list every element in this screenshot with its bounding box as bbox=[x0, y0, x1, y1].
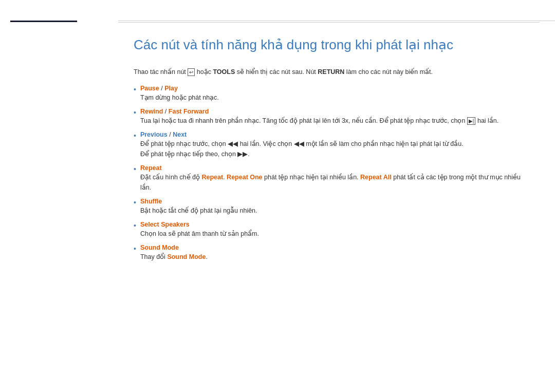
feature-desc-pause-play: Tạm dừng hoặc phát nhạc. bbox=[140, 92, 529, 103]
play-icon: ▶| bbox=[467, 117, 476, 125]
feature-desc-rewind-ff: Tua lại hoặc tua đi nhanh trên phần nhạc… bbox=[140, 116, 529, 126]
repeat-all-inline: Repeat All bbox=[360, 174, 392, 181]
feature-previous-next: Previous / Next Để phát tệp nhạc trước, … bbox=[140, 131, 529, 159]
list-item: • Sound Mode Thay đổi Sound Mode. bbox=[134, 244, 529, 262]
sound-mode-label: Sound Mode bbox=[140, 244, 179, 251]
previous-label: Previous bbox=[140, 131, 168, 138]
feature-desc-repeat: Đặt cấu hình chế độ Repeat. Repeat One p… bbox=[140, 172, 529, 193]
feature-desc-select-speakers: Chọn loa sẽ phát âm thanh từ sản phẩm. bbox=[140, 229, 529, 239]
return-icon: ↩ bbox=[188, 68, 195, 76]
feature-shuffle: Shuffle Bật hoặc tắt chế độ phát lại ngẫ… bbox=[140, 198, 529, 216]
fastforward-label: Fast Forward bbox=[169, 108, 209, 115]
bullet-icon: • bbox=[134, 245, 136, 253]
feature-title-repeat: Repeat bbox=[140, 164, 529, 172]
feature-repeat: Repeat Đặt cấu hình chế độ Repeat. Repea… bbox=[140, 164, 529, 193]
return-label: RETURN bbox=[318, 68, 344, 76]
bullet-icon: • bbox=[134, 198, 136, 207]
sidebar bbox=[0, 0, 118, 392]
page-title: Các nút và tính năng khả dụng trong khi … bbox=[134, 36, 529, 54]
repeat-inline: Repeat bbox=[201, 174, 223, 181]
feature-desc-sound-mode: Thay đổi Sound Mode. bbox=[140, 252, 529, 262]
feature-title-pause-play: Pause / Play bbox=[140, 85, 529, 92]
feature-title-select-speakers: Select Speakers bbox=[140, 221, 529, 228]
list-item: • Shuffle Bật hoặc tắt chế độ phát lại n… bbox=[134, 198, 529, 216]
list-item: • Previous / Next Để phát tệp nhạc trước… bbox=[134, 131, 529, 159]
sidebar-accent bbox=[10, 21, 77, 22]
slash: / bbox=[165, 108, 169, 115]
feature-list: • Pause / Play Tạm dừng hoặc phát nhạc. … bbox=[134, 85, 529, 262]
select-speakers-label: Select Speakers bbox=[140, 221, 190, 228]
repeat-label: Repeat bbox=[140, 164, 162, 172]
bullet-icon: • bbox=[134, 132, 136, 140]
list-item: • Pause / Play Tạm dừng hoặc phát nhạc. bbox=[134, 85, 529, 103]
list-item: • Select Speakers Chọn loa sẽ phát âm th… bbox=[134, 221, 529, 239]
feature-title-sound-mode: Sound Mode bbox=[140, 244, 529, 251]
repeat-one-inline: Repeat One bbox=[227, 174, 262, 181]
main-content: Các nút và tính năng khả dụng trong khi … bbox=[118, 21, 555, 392]
bullet-icon: • bbox=[134, 221, 136, 230]
shuffle-label: Shuffle bbox=[140, 198, 162, 205]
feature-rewind-ff: Rewind / Fast Forward Tua lại hoặc tua đ… bbox=[140, 108, 529, 126]
feature-title-rewind-ff: Rewind / Fast Forward bbox=[140, 108, 529, 115]
intro-paragraph: Thao tác nhấn nút ↩ hoặc TOOLS sẽ hiển t… bbox=[134, 67, 529, 77]
feature-title-shuffle: Shuffle bbox=[140, 198, 529, 205]
sound-mode-inline: Sound Mode bbox=[167, 253, 206, 260]
bullet-icon: • bbox=[134, 85, 136, 94]
bullet-icon: • bbox=[134, 165, 136, 173]
feature-desc-previous-next: Để phát tệp nhạc trước, chọn ◀◀ hai lần.… bbox=[140, 139, 529, 159]
next-label: Next bbox=[173, 131, 187, 138]
feature-pause-play: Pause / Play Tạm dừng hoặc phát nhạc. bbox=[140, 85, 529, 103]
bullet-icon: • bbox=[134, 108, 136, 117]
play-label: Play bbox=[164, 85, 178, 92]
list-item: • Rewind / Fast Forward Tua lại hoặc tua… bbox=[134, 108, 529, 126]
feature-select-speakers: Select Speakers Chọn loa sẽ phát âm than… bbox=[140, 221, 529, 239]
header-line bbox=[118, 22, 540, 23]
feature-sound-mode: Sound Mode Thay đổi Sound Mode. bbox=[140, 244, 529, 262]
rewind-label: Rewind bbox=[140, 108, 163, 115]
tools-label: TOOLS bbox=[213, 68, 235, 76]
feature-desc-shuffle: Bật hoặc tắt chế độ phát lại ngẫu nhiên. bbox=[140, 206, 529, 216]
pause-label: Pause bbox=[140, 85, 159, 92]
feature-title-previous-next: Previous / Next bbox=[140, 131, 529, 138]
list-item: • Repeat Đặt cấu hình chế độ Repeat. Rep… bbox=[134, 164, 529, 193]
